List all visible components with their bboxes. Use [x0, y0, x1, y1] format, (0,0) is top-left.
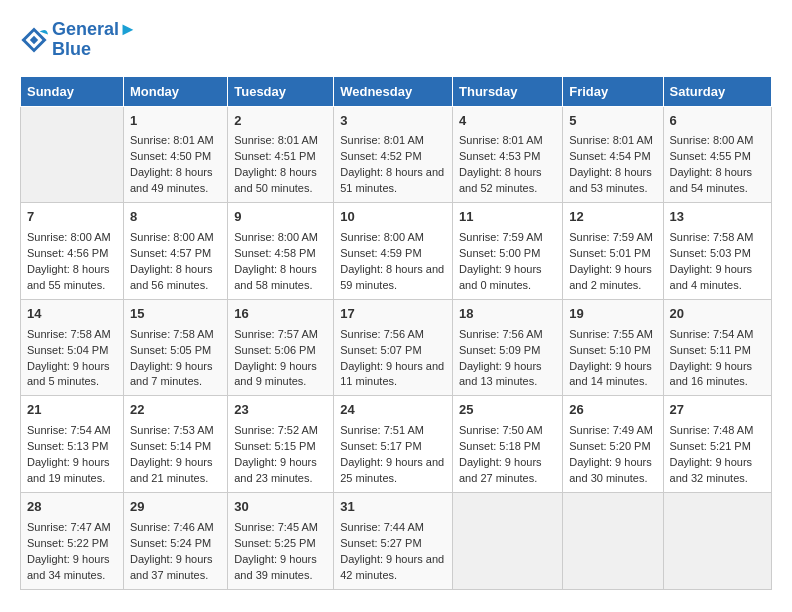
- daylight-text: Daylight: 9 hours and 4 minutes.: [670, 262, 765, 294]
- day-number: 7: [27, 208, 117, 227]
- sunrise-text: Sunrise: 7:49 AM: [569, 423, 656, 439]
- sunrise-text: Sunrise: 8:00 AM: [670, 133, 765, 149]
- sunrise-text: Sunrise: 7:56 AM: [459, 327, 556, 343]
- daylight-text: Daylight: 8 hours and 56 minutes.: [130, 262, 221, 294]
- day-number: 27: [670, 401, 765, 420]
- sunset-text: Sunset: 5:15 PM: [234, 439, 327, 455]
- table-row: [663, 492, 771, 589]
- daylight-text: Daylight: 9 hours and 42 minutes.: [340, 552, 446, 584]
- table-row: 28Sunrise: 7:47 AMSunset: 5:22 PMDayligh…: [21, 492, 124, 589]
- table-row: 23Sunrise: 7:52 AMSunset: 5:15 PMDayligh…: [228, 396, 334, 493]
- sunset-text: Sunset: 4:55 PM: [670, 149, 765, 165]
- sunrise-text: Sunrise: 7:56 AM: [340, 327, 446, 343]
- daylight-text: Daylight: 9 hours and 13 minutes.: [459, 359, 556, 391]
- sunrise-text: Sunrise: 7:54 AM: [670, 327, 765, 343]
- day-number: 21: [27, 401, 117, 420]
- table-row: 12Sunrise: 7:59 AMSunset: 5:01 PMDayligh…: [563, 203, 663, 300]
- table-row: [453, 492, 563, 589]
- sunrise-text: Sunrise: 7:54 AM: [27, 423, 117, 439]
- day-number: 16: [234, 305, 327, 324]
- day-number: 13: [670, 208, 765, 227]
- daylight-text: Daylight: 9 hours and 7 minutes.: [130, 359, 221, 391]
- sunrise-text: Sunrise: 7:45 AM: [234, 520, 327, 536]
- sunset-text: Sunset: 5:07 PM: [340, 343, 446, 359]
- sunset-text: Sunset: 5:21 PM: [670, 439, 765, 455]
- table-row: 10Sunrise: 8:00 AMSunset: 4:59 PMDayligh…: [334, 203, 453, 300]
- sunrise-text: Sunrise: 8:00 AM: [130, 230, 221, 246]
- sunset-text: Sunset: 4:52 PM: [340, 149, 446, 165]
- sunrise-text: Sunrise: 8:01 AM: [569, 133, 656, 149]
- sunset-text: Sunset: 5:22 PM: [27, 536, 117, 552]
- calendar-week-row: 21Sunrise: 7:54 AMSunset: 5:13 PMDayligh…: [21, 396, 772, 493]
- day-number: 19: [569, 305, 656, 324]
- sunset-text: Sunset: 5:09 PM: [459, 343, 556, 359]
- sunset-text: Sunset: 5:27 PM: [340, 536, 446, 552]
- daylight-text: Daylight: 8 hours and 51 minutes.: [340, 165, 446, 197]
- table-row: 13Sunrise: 7:58 AMSunset: 5:03 PMDayligh…: [663, 203, 771, 300]
- day-number: 6: [670, 112, 765, 131]
- sunrise-text: Sunrise: 7:44 AM: [340, 520, 446, 536]
- sunset-text: Sunset: 5:10 PM: [569, 343, 656, 359]
- table-row: 16Sunrise: 7:57 AMSunset: 5:06 PMDayligh…: [228, 299, 334, 396]
- table-row: 7Sunrise: 8:00 AMSunset: 4:56 PMDaylight…: [21, 203, 124, 300]
- sunset-text: Sunset: 5:18 PM: [459, 439, 556, 455]
- table-row: 29Sunrise: 7:46 AMSunset: 5:24 PMDayligh…: [123, 492, 227, 589]
- day-number: 17: [340, 305, 446, 324]
- sunrise-text: Sunrise: 8:00 AM: [340, 230, 446, 246]
- daylight-text: Daylight: 9 hours and 0 minutes.: [459, 262, 556, 294]
- table-row: [21, 106, 124, 203]
- sunset-text: Sunset: 5:04 PM: [27, 343, 117, 359]
- sunset-text: Sunset: 4:58 PM: [234, 246, 327, 262]
- day-number: 1: [130, 112, 221, 131]
- header-friday: Friday: [563, 76, 663, 106]
- day-number: 20: [670, 305, 765, 324]
- daylight-text: Daylight: 8 hours and 55 minutes.: [27, 262, 117, 294]
- day-number: 24: [340, 401, 446, 420]
- daylight-text: Daylight: 9 hours and 25 minutes.: [340, 455, 446, 487]
- sunset-text: Sunset: 5:03 PM: [670, 246, 765, 262]
- day-number: 2: [234, 112, 327, 131]
- daylight-text: Daylight: 9 hours and 14 minutes.: [569, 359, 656, 391]
- sunrise-text: Sunrise: 7:50 AM: [459, 423, 556, 439]
- logo-text: General► Blue: [52, 20, 137, 60]
- calendar-table: SundayMondayTuesdayWednesdayThursdayFrid…: [20, 76, 772, 590]
- daylight-text: Daylight: 9 hours and 39 minutes.: [234, 552, 327, 584]
- sunset-text: Sunset: 5:13 PM: [27, 439, 117, 455]
- day-number: 12: [569, 208, 656, 227]
- day-number: 25: [459, 401, 556, 420]
- table-row: [563, 492, 663, 589]
- calendar-week-row: 14Sunrise: 7:58 AMSunset: 5:04 PMDayligh…: [21, 299, 772, 396]
- sunrise-text: Sunrise: 8:00 AM: [27, 230, 117, 246]
- table-row: 22Sunrise: 7:53 AMSunset: 5:14 PMDayligh…: [123, 396, 227, 493]
- table-row: 24Sunrise: 7:51 AMSunset: 5:17 PMDayligh…: [334, 396, 453, 493]
- table-row: 19Sunrise: 7:55 AMSunset: 5:10 PMDayligh…: [563, 299, 663, 396]
- day-number: 28: [27, 498, 117, 517]
- sunrise-text: Sunrise: 7:58 AM: [27, 327, 117, 343]
- table-row: 21Sunrise: 7:54 AMSunset: 5:13 PMDayligh…: [21, 396, 124, 493]
- table-row: 3Sunrise: 8:01 AMSunset: 4:52 PMDaylight…: [334, 106, 453, 203]
- day-number: 26: [569, 401, 656, 420]
- sunset-text: Sunset: 5:05 PM: [130, 343, 221, 359]
- daylight-text: Daylight: 9 hours and 16 minutes.: [670, 359, 765, 391]
- day-number: 9: [234, 208, 327, 227]
- sunrise-text: Sunrise: 8:01 AM: [234, 133, 327, 149]
- daylight-text: Daylight: 8 hours and 54 minutes.: [670, 165, 765, 197]
- sunrise-text: Sunrise: 7:46 AM: [130, 520, 221, 536]
- day-number: 22: [130, 401, 221, 420]
- header-thursday: Thursday: [453, 76, 563, 106]
- daylight-text: Daylight: 9 hours and 23 minutes.: [234, 455, 327, 487]
- table-row: 5Sunrise: 8:01 AMSunset: 4:54 PMDaylight…: [563, 106, 663, 203]
- sunset-text: Sunset: 4:56 PM: [27, 246, 117, 262]
- table-row: 4Sunrise: 8:01 AMSunset: 4:53 PMDaylight…: [453, 106, 563, 203]
- table-row: 26Sunrise: 7:49 AMSunset: 5:20 PMDayligh…: [563, 396, 663, 493]
- daylight-text: Daylight: 9 hours and 5 minutes.: [27, 359, 117, 391]
- sunset-text: Sunset: 4:57 PM: [130, 246, 221, 262]
- sunrise-text: Sunrise: 7:51 AM: [340, 423, 446, 439]
- daylight-text: Daylight: 8 hours and 59 minutes.: [340, 262, 446, 294]
- table-row: 18Sunrise: 7:56 AMSunset: 5:09 PMDayligh…: [453, 299, 563, 396]
- sunset-text: Sunset: 4:59 PM: [340, 246, 446, 262]
- day-number: 23: [234, 401, 327, 420]
- table-row: 17Sunrise: 7:56 AMSunset: 5:07 PMDayligh…: [334, 299, 453, 396]
- daylight-text: Daylight: 9 hours and 27 minutes.: [459, 455, 556, 487]
- daylight-text: Daylight: 9 hours and 32 minutes.: [670, 455, 765, 487]
